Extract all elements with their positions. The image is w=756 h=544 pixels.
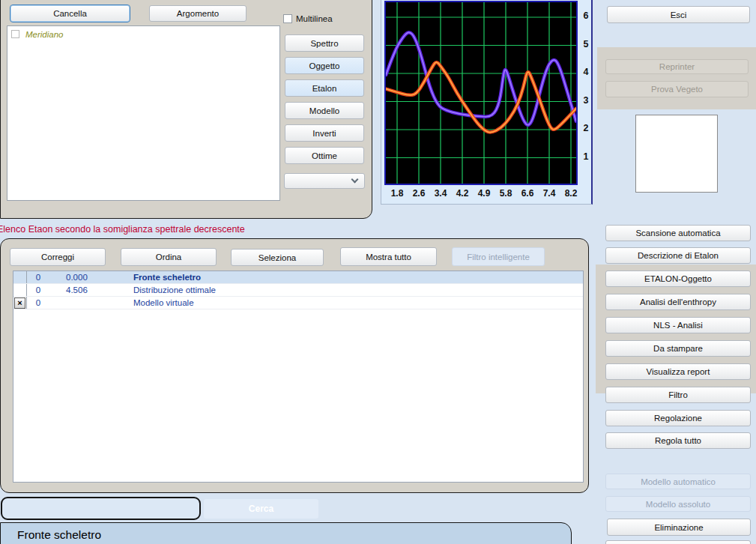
table-row[interactable]: 0 0.000 Fronte scheletro [13, 271, 583, 284]
row-value: 0.000 [49, 273, 129, 282]
x-axis-label: 3.4 [430, 188, 451, 199]
da-stampare-button[interactable]: Da stampare [605, 340, 751, 357]
chevron-down-icon [351, 176, 359, 184]
filtro-button[interactable]: Filtro [605, 387, 751, 403]
empty-dropdown[interactable] [284, 173, 365, 189]
row-count: 0 [27, 273, 49, 282]
spectrum-plot [384, 1, 578, 185]
row-value: 4.506 [49, 285, 129, 294]
preview-box [635, 115, 718, 193]
spettro-button[interactable]: Spettro [285, 34, 364, 52]
x-axis-label: 6.6 [517, 188, 538, 199]
selected-item-title: Fronte scheletro [17, 528, 101, 542]
meridiano-checkbox[interactable] [11, 30, 19, 38]
spectrum-chart-panel: 123456 1.82.63.44.24.95.86.67.48.2 [381, 0, 593, 205]
y-axis-label: 3 [579, 95, 593, 106]
row-name: Fronte scheletro [129, 273, 583, 282]
descrizione-di-etalon-button[interactable]: Descrizione di Etalon [605, 247, 751, 264]
correggi-button[interactable]: Correggi [10, 248, 106, 266]
multilinea-label: Multilinea [296, 14, 333, 23]
cancella-button[interactable]: Cancella [10, 4, 130, 22]
etalon-results-table[interactable]: 0 0.000 Fronte scheletro 0 4.506 Distrib… [13, 271, 584, 483]
visualizza-report-button[interactable]: Visualizza report [605, 363, 751, 380]
row-count: 0 [27, 285, 49, 294]
analisi-enthropy-button[interactable]: Analisi dell'enthropy [605, 294, 751, 310]
spectrum-curves [386, 2, 576, 184]
row-name: Distribuzione ottimale [129, 285, 583, 294]
search-input[interactable] [1, 497, 201, 520]
inverti-button[interactable]: Inverti [285, 124, 364, 142]
mostra-tutto-button[interactable]: Mostra tutto [340, 247, 437, 266]
regola-tutto-button[interactable]: Regola tutto [605, 432, 751, 449]
selection-panel: Cancella Argomento Multilinea Meridiano … [0, 0, 372, 219]
etalon-table-panel: Correggi Ordina Seleziona Mostra tutto F… [0, 238, 589, 493]
seleziona-button[interactable]: Seleziona [231, 249, 324, 266]
modello-assoluto-button: Modello assoluto [605, 496, 751, 512]
x-axis-label: 4.2 [452, 188, 473, 199]
x-axis-label: 2.6 [408, 188, 429, 199]
y-axis-label: 4 [579, 67, 593, 77]
multilinea-checkbox[interactable] [283, 14, 292, 23]
x-axis-label: 5.8 [495, 188, 516, 199]
x-axis-label: 8.2 [560, 188, 581, 199]
etalon-oggetto-button[interactable]: ETALON-Oggetto [605, 271, 751, 287]
app-window: Cancella Argomento Multilinea Meridiano … [0, 0, 756, 544]
meridiano-listbox[interactable]: Meridiano [7, 25, 280, 201]
etalon-button[interactable]: Etalon [285, 79, 364, 97]
nls-analisi-button[interactable]: NLS - Analisi [605, 317, 751, 333]
prova-vegeto-button: Prova Vegeto [605, 81, 749, 97]
modello-button[interactable]: Modello [285, 102, 364, 119]
x-axis-label: 7.4 [539, 188, 560, 199]
disabled-group-background [597, 47, 756, 109]
row-name: Modello virtuale [129, 298, 583, 307]
argomento-button[interactable]: Argomento [149, 5, 247, 22]
y-axis-label: 6 [579, 10, 593, 21]
list-item[interactable]: Meridiano [11, 28, 64, 40]
esci-button[interactable]: Esci [607, 6, 750, 23]
modello-automatico-button: Modello automatico [605, 474, 751, 489]
x-axis-label: 4.9 [474, 188, 495, 199]
y-axis-label: 1 [579, 151, 593, 162]
oggetto-button[interactable]: Oggetto [285, 57, 364, 74]
y-axis-label: 5 [579, 39, 593, 49]
etalon-list-heading: Elenco Etaon secondo la somiglianza spet… [0, 224, 245, 235]
reprinter-button: Reprinter [605, 59, 749, 74]
ottime-button[interactable]: Ottime [285, 147, 364, 164]
x-mark-icon[interactable]: × [14, 297, 25, 309]
ordina-button[interactable]: Ordina [121, 248, 217, 266]
filtro-intelligente-button: Filtro intelligente [452, 247, 545, 266]
table-row[interactable]: × 0 Modello virtuale [13, 297, 583, 309]
scansione-automatica-button[interactable]: Scansione automatica [605, 225, 751, 241]
regolazione-button[interactable]: Regolazione [605, 410, 751, 426]
cerca-button[interactable]: Cerca [204, 499, 318, 519]
footer-band: Fronte scheletro [0, 522, 572, 544]
partial-bottom-button[interactable] [605, 540, 751, 544]
y-axis-label: 2 [579, 123, 593, 133]
eliminazione-button[interactable]: Eliminazione [607, 519, 751, 536]
meridiano-label: Meridiano [25, 30, 64, 39]
table-row[interactable]: 0 4.506 Distribuzione ottimale [13, 284, 583, 297]
x-axis-label: 1.8 [387, 188, 408, 199]
row-count: 0 [27, 298, 49, 307]
